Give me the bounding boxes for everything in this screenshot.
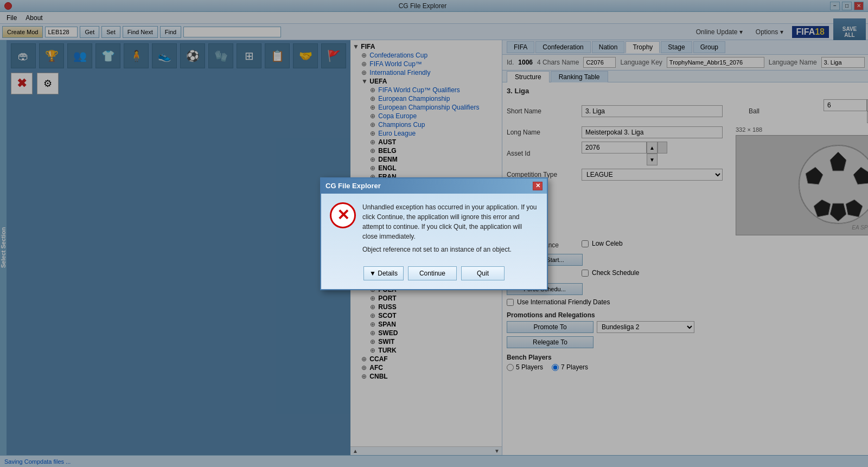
- error-icon: ✕: [330, 202, 356, 228]
- dialog-overlay: CG File Explorer ✕ ✕ Unhandled exception…: [0, 0, 868, 467]
- dialog-message: Unhandled exception has occurred in your…: [362, 202, 538, 241]
- continue-button[interactable]: Continue: [408, 266, 457, 280]
- dialog-title-bar: CG File Explorer ✕: [321, 178, 547, 194]
- details-button[interactable]: ▼ Details: [363, 266, 404, 280]
- dialog-error-message: Object reference not set to an instance …: [362, 246, 538, 253]
- error-dialog: CG File Explorer ✕ ✕ Unhandled exception…: [320, 177, 548, 290]
- dialog-close-button[interactable]: ✕: [533, 182, 542, 190]
- dialog-title: CG File Explorer: [326, 182, 381, 190]
- dialog-footer: ▼ Details Continue Quit: [321, 262, 547, 289]
- dialog-body: ✕ Unhandled exception has occurred in yo…: [321, 194, 547, 262]
- quit-button[interactable]: Quit: [461, 266, 505, 280]
- dialog-messages: Unhandled exception has occurred in your…: [362, 202, 538, 253]
